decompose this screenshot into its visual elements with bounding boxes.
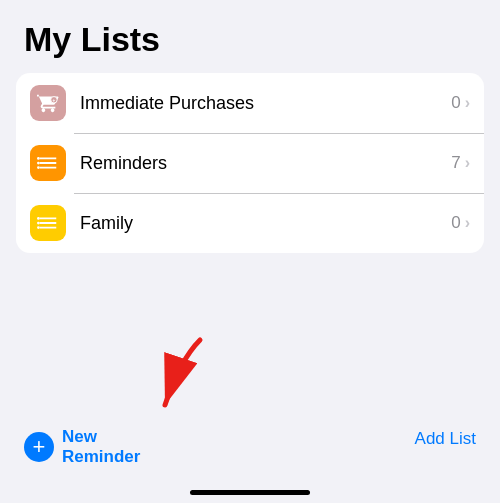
list-name-immediate-purchases: Immediate Purchases	[80, 93, 451, 114]
lists-card: + Immediate Purchases 0 › Reminders 7 ›	[16, 73, 484, 253]
page-title: My Lists	[0, 0, 500, 73]
home-indicator	[190, 490, 310, 495]
plus-symbol: +	[33, 436, 46, 458]
chevron-immediate-purchases: ›	[465, 94, 470, 112]
list-item-family[interactable]: Family 0 ›	[16, 193, 484, 253]
list-item-immediate-purchases[interactable]: + Immediate Purchases 0 ›	[16, 73, 484, 133]
count-reminders: 7	[451, 153, 460, 173]
svg-text:+: +	[52, 98, 55, 103]
list-item-reminders[interactable]: Reminders 7 ›	[16, 133, 484, 193]
new-reminder-label: NewReminder	[62, 427, 140, 468]
add-list-button[interactable]: Add List	[415, 427, 476, 449]
list-count-chevron-family: 0 ›	[451, 213, 470, 233]
svg-point-5	[37, 217, 40, 220]
svg-point-2	[37, 157, 40, 160]
count-immediate-purchases: 0	[451, 93, 460, 113]
family-icon	[30, 205, 66, 241]
list-name-reminders: Reminders	[80, 153, 451, 174]
svg-point-6	[37, 222, 40, 225]
count-family: 0	[451, 213, 460, 233]
svg-point-7	[37, 226, 40, 229]
plus-circle-icon: +	[24, 432, 54, 462]
chevron-reminders: ›	[465, 154, 470, 172]
purchases-icon: +	[30, 85, 66, 121]
svg-point-3	[37, 162, 40, 165]
list-count-chevron-immediate-purchases: 0 ›	[451, 93, 470, 113]
list-count-chevron-reminders: 7 ›	[451, 153, 470, 173]
new-reminder-button[interactable]: + NewReminder	[24, 427, 140, 468]
list-name-family: Family	[80, 213, 451, 234]
reminders-icon	[30, 145, 66, 181]
svg-point-4	[37, 166, 40, 169]
chevron-family: ›	[465, 214, 470, 232]
